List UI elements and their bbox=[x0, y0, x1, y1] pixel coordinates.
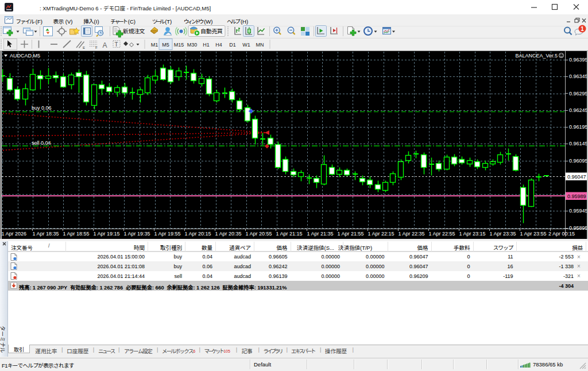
svg-text:0.96245: 0.96245 bbox=[569, 107, 588, 113]
svg-text:1 Apr 22:55: 1 Apr 22:55 bbox=[429, 231, 455, 237]
svg-text:0.96047: 0.96047 bbox=[567, 174, 586, 180]
svg-text:1 Apr 18:55: 1 Apr 18:55 bbox=[63, 231, 90, 237]
svg-text:BALANCEA_Ver.5: BALANCEA_Ver.5 bbox=[515, 53, 558, 59]
svg-text:2 Apr 00:15: 2 Apr 00:15 bbox=[548, 231, 575, 237]
svg-text:1 Apr 21:55: 1 Apr 21:55 bbox=[338, 231, 364, 237]
svg-text:1 Apr 20:35: 1 Apr 20:35 bbox=[215, 231, 242, 237]
svg-text:1 Apr 19:35: 1 Apr 19:35 bbox=[124, 231, 150, 237]
svg-text:0.95989: 0.95989 bbox=[567, 194, 586, 199]
svg-text:1 Apr 2026: 1 Apr 2026 bbox=[2, 231, 27, 237]
svg-text:1 Apr 20:15: 1 Apr 20:15 bbox=[185, 231, 211, 237]
svg-text:1 Apr 21:35: 1 Apr 21:35 bbox=[307, 231, 334, 237]
svg-text:1 Apr 23:55: 1 Apr 23:55 bbox=[520, 231, 547, 237]
svg-text:0.96395: 0.96395 bbox=[569, 57, 588, 63]
svg-text:1 Apr 19:15: 1 Apr 19:15 bbox=[94, 231, 120, 237]
svg-text:0.95895: 0.95895 bbox=[569, 225, 588, 231]
svg-text:1 Apr 23:15: 1 Apr 23:15 bbox=[459, 231, 486, 237]
svg-text:1 Apr 22:35: 1 Apr 22:35 bbox=[399, 231, 425, 237]
svg-text:1 Apr 21:15: 1 Apr 21:15 bbox=[276, 231, 303, 237]
svg-text:1 Apr 19:55: 1 Apr 19:55 bbox=[154, 231, 181, 237]
svg-text:1 Apr 18:35: 1 Apr 18:35 bbox=[33, 231, 59, 237]
svg-text:0.96095: 0.96095 bbox=[569, 158, 588, 164]
svg-text:1 Apr 23:35: 1 Apr 23:35 bbox=[490, 231, 516, 237]
svg-text:1 Apr 20:55: 1 Apr 20:55 bbox=[246, 231, 272, 237]
svg-text:0.96295: 0.96295 bbox=[569, 91, 588, 96]
svg-text:0.96145: 0.96145 bbox=[569, 141, 588, 146]
svg-text:1 Apr 22:15: 1 Apr 22:15 bbox=[368, 231, 394, 237]
svg-text:buy 0.06: buy 0.06 bbox=[32, 105, 52, 111]
svg-text:0.96345: 0.96345 bbox=[569, 74, 588, 79]
svg-text:0.95945: 0.95945 bbox=[569, 208, 588, 214]
svg-text:0.96195: 0.96195 bbox=[569, 124, 588, 130]
svg-text:AUDCAD,M5: AUDCAD,M5 bbox=[10, 53, 40, 59]
svg-text:sell 0.04: sell 0.04 bbox=[32, 140, 51, 146]
